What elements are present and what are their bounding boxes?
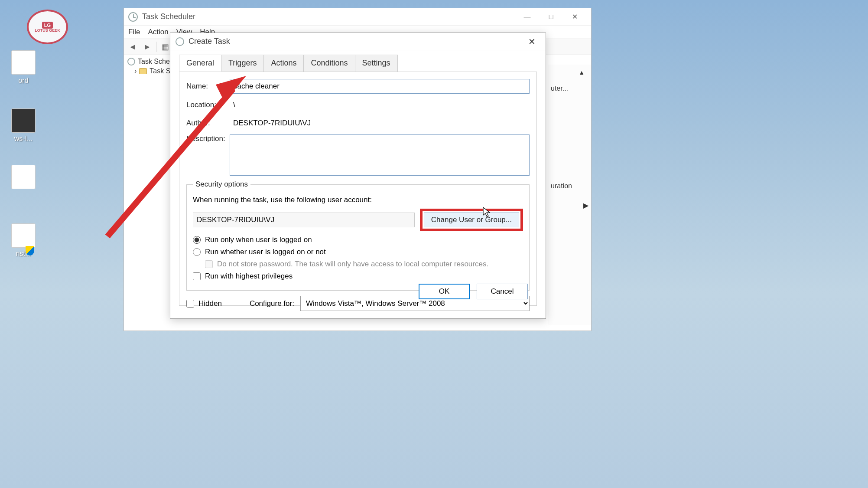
run-whether-radio[interactable] bbox=[193, 248, 201, 256]
desktop-icon[interactable]: nst... bbox=[2, 223, 45, 258]
up-button[interactable]: ▦ bbox=[159, 41, 171, 53]
desktop-icon[interactable] bbox=[2, 165, 45, 191]
document-icon bbox=[11, 165, 36, 189]
cursor-icon bbox=[483, 207, 492, 220]
location-label: Location: bbox=[186, 101, 230, 109]
run-whether-label: Run whether user is logged on or not bbox=[205, 248, 326, 256]
action-item[interactable]: uter... bbox=[550, 82, 589, 95]
icon-label: ws-I... bbox=[14, 135, 33, 143]
location-value: \ bbox=[230, 98, 530, 112]
tab-triggers[interactable]: Triggers bbox=[221, 55, 264, 72]
name-label: Name: bbox=[186, 82, 230, 91]
run-logged-on-radio[interactable] bbox=[193, 236, 201, 244]
clock-icon bbox=[176, 37, 184, 46]
change-user-button[interactable]: Change User or Group... bbox=[424, 213, 519, 227]
no-password-checkbox bbox=[205, 260, 213, 268]
expand-icon[interactable]: › bbox=[134, 67, 137, 75]
user-account-value: DESKTOP-7RIDUIU\VJ bbox=[193, 213, 415, 227]
configure-for-label: Configure for: bbox=[250, 299, 294, 308]
clock-icon bbox=[127, 58, 135, 66]
tab-actions[interactable]: Actions bbox=[263, 55, 304, 72]
shield-icon bbox=[26, 246, 34, 255]
no-password-label: Do not store password. The task will onl… bbox=[217, 260, 488, 269]
name-input[interactable] bbox=[230, 79, 530, 94]
tab-settings[interactable]: Settings bbox=[355, 55, 398, 72]
close-button[interactable]: ✕ bbox=[563, 9, 587, 24]
document-icon bbox=[11, 50, 36, 75]
author-value: DESKTOP-7RIDUIU\VJ bbox=[230, 116, 530, 130]
cancel-button[interactable]: Cancel bbox=[477, 284, 528, 299]
tab-page-general: Name: Location: \ Author: DESKTOP-7RIDUI… bbox=[179, 72, 537, 306]
security-legend: Security options bbox=[193, 180, 250, 189]
chevron-right-icon[interactable]: ▶ bbox=[583, 201, 588, 210]
tab-conditions[interactable]: Conditions bbox=[303, 55, 355, 72]
menu-action[interactable]: Action bbox=[148, 28, 168, 36]
desktop-icon[interactable]: ws-I... bbox=[2, 108, 45, 143]
maximize-button[interactable]: □ bbox=[539, 9, 563, 24]
tree-label: Task S bbox=[150, 67, 170, 75]
tab-general[interactable]: General bbox=[179, 55, 221, 72]
description-label: Description: bbox=[186, 134, 230, 143]
document-icon bbox=[11, 108, 36, 133]
annotation-highlight: Change User or Group... bbox=[420, 209, 523, 231]
close-button[interactable]: ✕ bbox=[523, 35, 540, 48]
run-logged-on-label: Run only when user is logged on bbox=[205, 236, 312, 244]
tab-strip: General Triggers Actions Conditions Sett… bbox=[179, 55, 537, 72]
menu-file[interactable]: File bbox=[128, 28, 140, 36]
lotus-geek-logo: LG LOTUS GEEK bbox=[27, 10, 68, 44]
titlebar[interactable]: Task Scheduler — □ ✕ bbox=[124, 8, 591, 26]
security-text: When running the task, use the following… bbox=[193, 196, 523, 204]
description-input[interactable] bbox=[230, 134, 530, 176]
ok-button[interactable]: OK bbox=[419, 284, 470, 299]
dialog-titlebar[interactable]: Create Task ✕ bbox=[170, 33, 546, 50]
desktop-icon[interactable]: ord bbox=[2, 50, 45, 85]
action-item[interactable]: uration bbox=[550, 180, 589, 193]
forward-button[interactable]: ► bbox=[141, 41, 153, 53]
icon-label: ord bbox=[18, 77, 28, 85]
clock-icon bbox=[128, 12, 138, 22]
actions-pane: ▲ uter... uration ▶ bbox=[548, 65, 591, 325]
collapse-icon[interactable]: ▲ bbox=[579, 69, 585, 76]
dialog-title: Create Task bbox=[189, 37, 523, 46]
back-button[interactable]: ◄ bbox=[127, 41, 139, 53]
highest-privileges-checkbox[interactable] bbox=[193, 272, 201, 280]
folder-icon bbox=[139, 68, 147, 74]
hidden-checkbox[interactable] bbox=[186, 300, 194, 308]
hidden-label: Hidden bbox=[198, 299, 222, 308]
document-icon bbox=[11, 223, 36, 248]
minimize-button[interactable]: — bbox=[515, 9, 539, 24]
highest-privileges-label: Run with highest privileges bbox=[205, 272, 293, 281]
window-title: Task Scheduler bbox=[142, 12, 515, 21]
security-options-fieldset: Security options When running the task, … bbox=[186, 180, 530, 291]
author-label: Author: bbox=[186, 119, 230, 128]
create-task-dialog: Create Task ✕ General Triggers Actions C… bbox=[170, 33, 546, 319]
